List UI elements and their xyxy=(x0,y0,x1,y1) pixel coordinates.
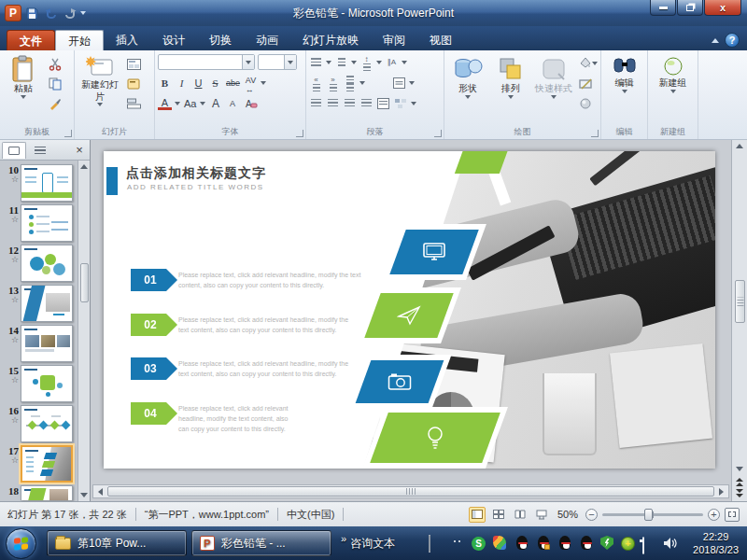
scroll-up-icon[interactable] xyxy=(736,144,743,148)
help-icon[interactable]: ? xyxy=(725,33,740,48)
slide-thumbnail-12[interactable]: 12☆ xyxy=(0,245,77,282)
shapes-caret-icon[interactable] xyxy=(465,95,471,99)
item-tag-01[interactable]: 01 xyxy=(131,269,177,291)
slide-thumbnail-10[interactable]: 10☆ xyxy=(0,164,77,202)
colorful-app-icon[interactable] xyxy=(492,536,507,551)
editing-button[interactable]: 编辑 xyxy=(604,53,644,125)
numbering-icon[interactable] xyxy=(334,55,348,70)
animation-star-icon[interactable]: ☆ xyxy=(0,296,19,304)
qq-icon-2[interactable] xyxy=(535,536,550,551)
spacing-caret-icon[interactable] xyxy=(261,81,266,85)
numbering-caret-icon[interactable] xyxy=(351,61,357,64)
item-text-02[interactable]: Please replace text, click add relevant … xyxy=(178,315,356,336)
animation-star-icon[interactable]: ☆ xyxy=(0,336,19,344)
copy-icon[interactable] xyxy=(46,76,64,92)
qat-customize-caret-icon[interactable] xyxy=(80,11,86,15)
network-icon[interactable] xyxy=(641,536,656,551)
restore-button[interactable] xyxy=(677,0,703,16)
taskbar-item-folder[interactable]: 第10章 Pow... xyxy=(47,530,187,556)
taskbar-item-powerpoint[interactable]: P 彩色铅笔 - ... xyxy=(191,530,331,556)
shape-fill-caret-icon[interactable] xyxy=(592,62,598,65)
outline-tab[interactable] xyxy=(28,142,52,159)
scroll-up-icon[interactable] xyxy=(80,164,88,169)
zoom-in-button[interactable]: + xyxy=(708,509,720,521)
font-color-caret-icon[interactable] xyxy=(175,102,180,105)
decrease-indent-icon[interactable]: « xyxy=(309,76,323,91)
shape-outline-icon[interactable] xyxy=(576,76,595,92)
scroll-down-icon[interactable] xyxy=(736,467,743,471)
font-name-combo[interactable] xyxy=(158,54,255,70)
tab-review[interactable]: 审阅 xyxy=(371,30,417,50)
slide-subtitle[interactable]: ADD RELATED TITLE WORDS xyxy=(127,183,264,191)
item-text-04[interactable]: Please replace text, click add relevant … xyxy=(178,404,300,435)
paste-caret-icon[interactable] xyxy=(21,95,26,99)
animation-star-icon[interactable]: ☆ xyxy=(0,456,19,465)
scroll-right-icon[interactable] xyxy=(719,488,724,496)
antivirus-shield-icon[interactable] xyxy=(599,536,614,551)
zoom-slider[interactable] xyxy=(602,513,703,516)
slide-title[interactable]: 点击添加相关标题文字 xyxy=(126,165,266,182)
taskbar-toolbar-label[interactable]: 咨询文本 xyxy=(350,536,395,552)
keyboard-icon[interactable] xyxy=(429,536,444,551)
slide-thumbnail-13[interactable]: 13☆ xyxy=(0,285,77,322)
tab-animations[interactable]: 动画 xyxy=(244,30,290,50)
slides-tab[interactable] xyxy=(2,142,26,159)
new-slide-caret-icon[interactable] xyxy=(97,103,103,106)
grow-font-button[interactable]: A xyxy=(208,96,222,111)
character-spacing-button[interactable]: AV↔ xyxy=(244,76,258,91)
align-center-icon[interactable] xyxy=(326,96,340,111)
line-spacing-caret-icon[interactable] xyxy=(376,61,382,64)
qq-icon-1[interactable] xyxy=(514,536,529,551)
paste-button[interactable]: 粘贴 xyxy=(3,53,44,125)
qq-icon-3[interactable] xyxy=(557,536,571,551)
animation-star-icon[interactable]: ☆ xyxy=(0,216,19,224)
normal-view-button[interactable] xyxy=(469,507,486,523)
clipboard-dialog-launcher-icon[interactable] xyxy=(64,130,72,137)
section-icon[interactable] xyxy=(124,95,143,112)
start-button[interactable] xyxy=(6,528,36,559)
quick-styles-button[interactable]: 快速样式 xyxy=(533,53,574,125)
text-direction-caret-icon[interactable] xyxy=(402,61,407,64)
bullets-caret-icon[interactable] xyxy=(326,61,331,64)
columns-caret-icon[interactable] xyxy=(359,81,365,85)
tab-file[interactable]: 文件 xyxy=(7,30,55,50)
powerpoint-logo-icon[interactable]: P xyxy=(5,5,21,21)
tab-design[interactable]: 设计 xyxy=(150,30,197,50)
qq-icon-4[interactable] xyxy=(578,536,593,551)
arrange-caret-icon[interactable] xyxy=(508,95,514,99)
change-case-button[interactable]: Aa xyxy=(183,96,197,111)
justify-icon[interactable] xyxy=(359,96,374,111)
align-right-icon[interactable] xyxy=(343,96,357,111)
item-text-03[interactable]: Please replace text, click add relevant … xyxy=(178,359,356,380)
underline-button[interactable]: U xyxy=(191,76,205,91)
strikethrough-button[interactable]: S xyxy=(208,76,222,91)
sogou-icon[interactable]: S xyxy=(472,537,486,551)
new-slide-button[interactable]: 新建幻灯片 xyxy=(78,53,122,125)
drawing-dialog-launcher-icon[interactable] xyxy=(591,130,599,137)
scroll-left-icon[interactable] xyxy=(98,488,103,496)
taskbar-clock[interactable]: 22:29 2018/3/23 xyxy=(684,530,747,557)
item-tag-04[interactable]: 04 xyxy=(131,402,177,425)
shape-fill-icon[interactable] xyxy=(576,56,595,73)
tab-home[interactable]: 开始 xyxy=(55,30,104,50)
animation-star-icon[interactable]: ☆ xyxy=(0,416,19,425)
tab-insert[interactable]: 插入 xyxy=(104,30,150,50)
paragraph-dialog-launcher-icon[interactable] xyxy=(434,130,442,137)
previous-slide-button[interactable] xyxy=(736,478,743,486)
slide-sorter-view-button[interactable] xyxy=(490,507,507,523)
scroll-down-icon[interactable] xyxy=(80,493,88,497)
slide-thumbnail-17-selected[interactable]: 17☆ xyxy=(0,445,77,483)
close-panel-icon[interactable]: × xyxy=(71,143,88,157)
bold-button[interactable]: B xyxy=(158,76,172,91)
shadow-button[interactable]: abe xyxy=(225,76,241,91)
thumbnail-scrollbar[interactable] xyxy=(78,161,90,501)
format-painter-icon[interactable] xyxy=(46,95,64,112)
columns-icon[interactable] xyxy=(343,76,357,91)
animation-star-icon[interactable]: ☆ xyxy=(0,256,19,264)
cut-icon[interactable] xyxy=(46,56,64,73)
shape-effects-icon[interactable] xyxy=(576,95,595,112)
new-group-caret-icon[interactable] xyxy=(670,90,676,93)
next-slide-button[interactable] xyxy=(736,489,743,497)
editing-caret-icon[interactable] xyxy=(622,90,627,93)
line-spacing-icon[interactable]: ↕ xyxy=(359,55,374,70)
